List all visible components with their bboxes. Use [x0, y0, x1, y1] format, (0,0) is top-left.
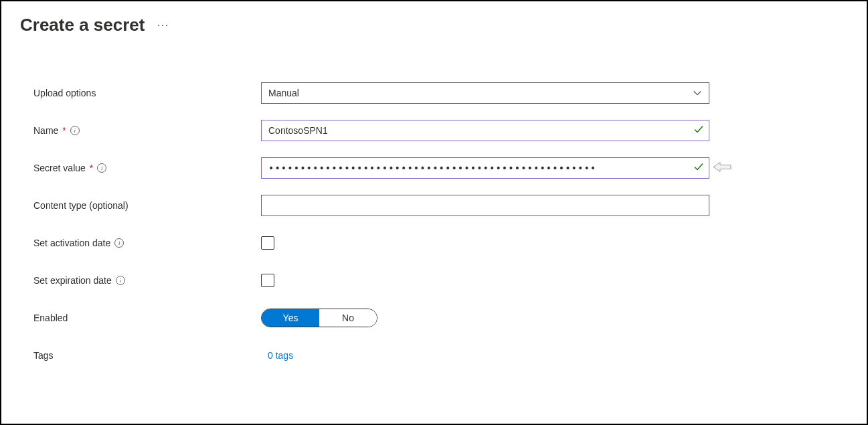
page-header: Create a secret ···	[20, 15, 848, 35]
label-activation-date-text: Set activation date	[33, 238, 110, 248]
more-actions-icon[interactable]: ···	[157, 18, 169, 32]
row-content-type: Content type (optional)	[33, 195, 848, 216]
label-name-text: Name	[33, 125, 58, 136]
row-expiration-date: Set expiration date i	[33, 270, 848, 291]
label-upload-options-text: Upload options	[33, 88, 96, 98]
label-content-type: Content type (optional)	[33, 200, 261, 211]
tags-link[interactable]: 0 tags	[261, 350, 293, 361]
activation-date-checkbox[interactable]	[261, 236, 274, 250]
label-secret-value-text: Secret value	[33, 163, 86, 173]
enabled-toggle: Yes No	[261, 309, 377, 327]
content-type-input[interactable]	[261, 195, 709, 216]
name-input[interactable]	[261, 120, 709, 141]
chevron-down-icon	[693, 88, 702, 98]
row-upload-options: Upload options Manual	[33, 82, 848, 104]
label-secret-value: Secret value * i	[33, 163, 261, 173]
upload-options-value: Manual	[268, 88, 299, 98]
info-icon[interactable]: i	[114, 238, 124, 248]
label-name: Name * i	[33, 125, 261, 136]
required-star-icon: *	[62, 125, 66, 136]
label-activation-date: Set activation date i	[33, 238, 261, 248]
enabled-toggle-yes[interactable]: Yes	[262, 309, 319, 327]
info-icon[interactable]: i	[116, 276, 125, 285]
label-tags: Tags	[33, 350, 261, 361]
row-enabled: Enabled Yes No	[33, 307, 848, 329]
form-area: Upload options Manual Name * i	[20, 82, 848, 366]
info-icon[interactable]: i	[97, 163, 106, 173]
label-expiration-date: Set expiration date i	[33, 275, 261, 286]
secret-value-input[interactable]: ••••••••••••••••••••••••••••••••••••••••…	[261, 157, 709, 179]
label-enabled: Enabled	[33, 313, 261, 323]
enabled-toggle-no[interactable]: No	[319, 309, 377, 327]
label-expiration-date-text: Set expiration date	[33, 275, 112, 286]
create-secret-panel: Create a secret ··· Upload options Manua…	[0, 0, 868, 425]
required-star-icon: *	[90, 163, 93, 173]
expiration-date-checkbox[interactable]	[261, 274, 274, 287]
label-upload-options: Upload options	[33, 88, 261, 98]
label-tags-text: Tags	[33, 350, 54, 361]
row-tags: Tags 0 tags	[33, 345, 848, 366]
row-name: Name * i	[33, 120, 848, 141]
label-enabled-text: Enabled	[33, 313, 68, 323]
page-title: Create a secret	[20, 15, 145, 35]
row-secret-value: Secret value * i •••••••••••••••••••••••…	[33, 157, 848, 179]
label-content-type-text: Content type (optional)	[33, 200, 128, 211]
arrow-left-icon	[713, 161, 732, 175]
info-icon[interactable]: i	[70, 126, 80, 135]
row-activation-date: Set activation date i	[33, 232, 848, 254]
upload-options-dropdown[interactable]: Manual	[261, 82, 709, 104]
